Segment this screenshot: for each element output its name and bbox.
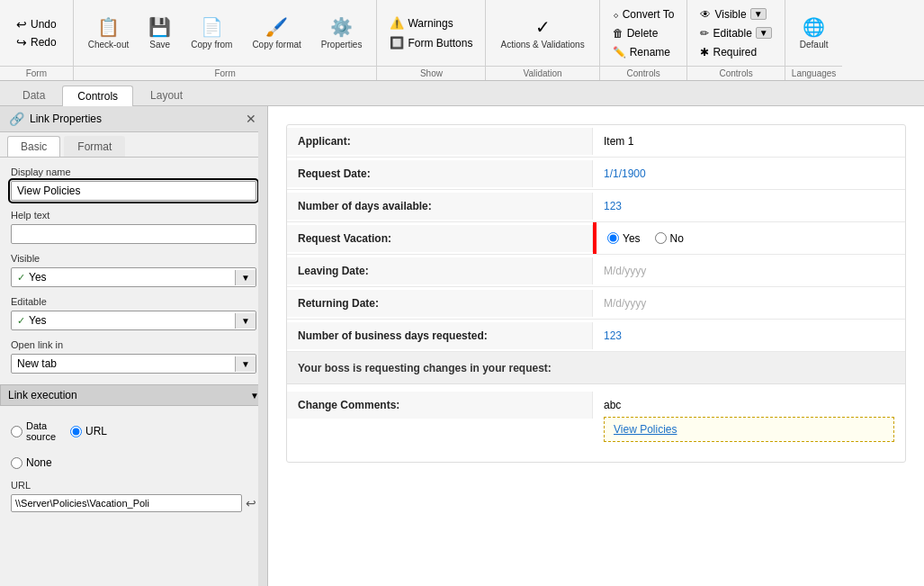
actions-icon: ✓ <box>535 16 551 38</box>
table-row: Number of business days requested: 123 <box>287 320 905 352</box>
copyfrom-button[interactable]: 📄 Copy from <box>184 13 239 53</box>
table-row: Request Date: 1/1/1900 <box>287 158 905 190</box>
editable-dropdown-arrow[interactable]: ▼ <box>235 313 256 329</box>
form-section: Applicant: Item 1 Request Date: 1/1/1900… <box>286 124 906 463</box>
checkout-icon: 📋 <box>97 16 120 38</box>
redo-icon: ↪ <box>16 35 27 50</box>
radio-datasource-input[interactable] <box>11 426 22 437</box>
returning-date-value: M/d/yyyy <box>593 290 905 317</box>
warnings-button[interactable]: ⚠️ Warnings <box>384 14 458 32</box>
editable-icon: ✏ <box>700 27 709 40</box>
yes-radio[interactable]: Yes <box>607 232 641 245</box>
help-text-input[interactable] <box>11 224 256 244</box>
required-button[interactable]: ✱ Required <box>695 44 762 60</box>
section-header-label: Your boss is requesting changes in your … <box>287 355 905 382</box>
save-icon: 💾 <box>148 16 171 38</box>
yes-radio-input[interactable] <box>607 232 619 244</box>
convertto-button[interactable]: ⬦ Convert To <box>607 6 680 23</box>
url-field: URL ↩ <box>11 480 256 512</box>
tab-layout[interactable]: Layout <box>135 85 198 105</box>
table-row: Applicant: Item 1 <box>287 125 905 158</box>
visible-icon: 👁 <box>700 8 711 21</box>
applicant-value: Item 1 <box>593 128 905 155</box>
sub-tab-basic[interactable]: Basic <box>7 136 60 157</box>
visible-check-icon: ✓ <box>17 272 25 284</box>
visible-button[interactable]: 👁 Visible ▼ <box>695 6 771 23</box>
link-type-radio-group: Datasource URL <box>11 417 256 446</box>
panel-title-text: Link Properties <box>30 113 102 125</box>
tabs-bar: Data Controls Layout <box>0 81 924 106</box>
radio-datasource-label: Datasource <box>26 420 56 442</box>
display-name-field: Display name <box>11 167 256 201</box>
delete-button[interactable]: 🗑 Delete <box>607 25 664 41</box>
controls-label2: Controls <box>687 66 784 80</box>
radio-url-input[interactable] <box>70 426 82 437</box>
radio-none[interactable]: None <box>11 455 256 471</box>
copyformat-button[interactable]: 🖌️ Copy format <box>245 13 308 53</box>
request-vacation-value: Yes No <box>597 225 905 252</box>
url-label: URL <box>11 480 256 491</box>
scrollbar[interactable] <box>258 106 267 586</box>
open-link-dropdown-arrow[interactable]: ▼ <box>235 356 256 372</box>
show-group-label: Show <box>377 66 485 80</box>
open-link-field: Open link in New tab ▼ <box>11 339 256 374</box>
link-icon: 🔗 <box>9 112 24 126</box>
tab-controls[interactable]: Controls <box>62 86 133 106</box>
validation-label: Validation <box>486 66 598 80</box>
rename-button[interactable]: ✏️ Rename <box>607 44 676 60</box>
sub-tab-format[interactable]: Format <box>64 136 125 157</box>
tab-data[interactable]: Data <box>7 85 60 105</box>
close-button[interactable]: ✕ <box>244 112 258 126</box>
applicant-label: Applicant: <box>287 128 593 155</box>
open-link-select[interactable]: New tab ▼ <box>11 354 256 374</box>
no-radio-input[interactable] <box>655 232 667 244</box>
redo-label: Redo <box>31 36 57 49</box>
business-days-label: Number of business days requested: <box>287 322 593 349</box>
visible-select[interactable]: ✓ Yes ▼ <box>11 267 256 287</box>
link-execution-section: Link execution ▼ <box>0 384 267 406</box>
languages-label: Languages <box>785 66 843 80</box>
actions-button[interactable]: ✓ Actions & Validations <box>493 13 591 53</box>
url-browse-icon[interactable]: ↩ <box>246 496 256 510</box>
url-row: ↩ <box>11 494 256 512</box>
right-panel: Applicant: Item 1 Request Date: 1/1/1900… <box>268 106 924 586</box>
default-button[interactable]: 🌐 Default <box>793 13 836 53</box>
no-radio-label: No <box>670 232 684 245</box>
editable-button[interactable]: ✏ Editable ▼ <box>695 25 776 41</box>
table-row: Change Comments: abc View Policies <box>287 384 905 462</box>
undo-button[interactable]: ↩ Undo <box>13 16 60 32</box>
returning-date-label: Returning Date: <box>287 290 593 317</box>
controls-label: Controls <box>600 66 687 80</box>
url-input[interactable] <box>11 494 242 512</box>
request-vacation-label: Request Vacation: <box>287 225 593 252</box>
redo-button[interactable]: ↪ Redo <box>13 34 60 50</box>
table-row: Number of days available: 123 <box>287 190 905 222</box>
open-link-value: New tab <box>17 357 57 370</box>
view-policies-container: View Policies <box>604 417 894 442</box>
radio-datasource[interactable]: Datasource <box>11 420 56 442</box>
default-icon: 🌐 <box>803 16 825 38</box>
editable-select[interactable]: ✓ Yes ▼ <box>11 311 256 330</box>
delete-icon: 🗑 <box>613 27 623 40</box>
table-row: Request Vacation: Yes No <box>287 222 905 255</box>
link-execution-label: Link execution <box>8 389 77 401</box>
view-policies-link[interactable]: View Policies <box>614 423 677 436</box>
request-date-label: Request Date: <box>287 160 593 187</box>
radio-none-input[interactable] <box>11 457 22 469</box>
copyfrom-icon: 📄 <box>201 16 223 38</box>
radio-none-label: None <box>26 456 52 469</box>
no-radio[interactable]: No <box>655 232 684 245</box>
display-name-input[interactable] <box>11 181 256 201</box>
form-group-label: Form <box>0 66 73 80</box>
save-button[interactable]: 💾 Save <box>141 13 178 53</box>
radio-url[interactable]: URL <box>70 420 107 442</box>
radio-url-label: URL <box>85 425 107 437</box>
properties-button[interactable]: ⚙️ Properties <box>314 13 370 53</box>
formbuttons-button[interactable]: 🔲 Form Buttons <box>384 34 478 51</box>
checkout-button[interactable]: 📋 Check-out <box>81 13 137 53</box>
table-row: Returning Date: M/d/yyyy <box>287 287 905 320</box>
undo-label: Undo <box>31 18 57 31</box>
leaving-date-value: M/d/yyyy <box>593 257 905 284</box>
visible-dropdown-arrow[interactable]: ▼ <box>235 270 256 285</box>
form-label2: Form <box>74 66 377 80</box>
